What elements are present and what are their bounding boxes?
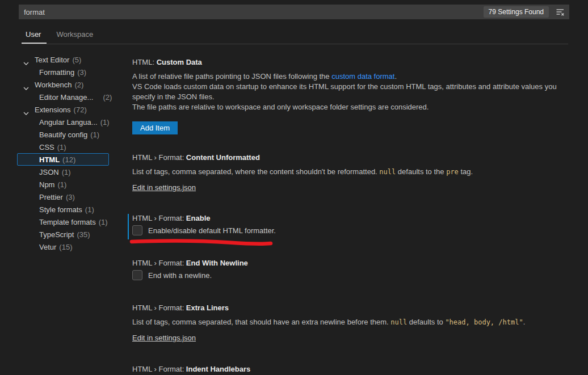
sidebar-item-label: JSON bbox=[39, 168, 59, 176]
sidebar-item[interactable]: Prettier (3) bbox=[17, 191, 109, 203]
sidebar-item-label: Template formats bbox=[39, 218, 96, 226]
description-text: The file paths are relative to workspace… bbox=[132, 102, 570, 112]
sidebar-item-count: (1) bbox=[100, 118, 110, 127]
sidebar-item-label: Extensions bbox=[35, 106, 71, 114]
setting-category: HTML: bbox=[132, 58, 157, 66]
sidebar-item-label: Prettier bbox=[39, 193, 63, 201]
sidebar-item-label: Formatting bbox=[39, 68, 74, 77]
sidebar-item-label: HTML bbox=[39, 155, 60, 164]
setting-format-content-unformatted: HTML › Format: Content Unformatted List … bbox=[132, 153, 570, 192]
sidebar-item[interactable]: JSON (1) bbox=[17, 166, 109, 178]
sidebar-item-count: (3) bbox=[77, 68, 86, 77]
sidebar-item[interactable]: Angular Langua... (1) bbox=[17, 116, 109, 128]
setting-title: HTML › Format: Indent Handlebars bbox=[132, 365, 570, 373]
settings-list: HTML: Custom Data A list of relative fil… bbox=[132, 58, 570, 375]
setting-description: List of tags, comma separated, where the… bbox=[132, 167, 570, 177]
code-pre: pre bbox=[446, 168, 459, 176]
sidebar-item-count: (5) bbox=[72, 56, 81, 64]
sidebar-item[interactable]: Npm (1) bbox=[17, 178, 109, 191]
scope-tabs: User Workspace bbox=[26, 30, 93, 39]
sidebar-item[interactable]: Editor Manage... (2) bbox=[17, 91, 109, 103]
setting-name: Enable bbox=[186, 214, 211, 222]
setting-name: End With Newline bbox=[186, 259, 248, 267]
sidebar-item-count: (1) bbox=[62, 168, 71, 176]
tab-user[interactable]: User bbox=[26, 30, 41, 39]
custom-data-format-link[interactable]: custom data format bbox=[331, 72, 394, 81]
sidebar-item[interactable]: Text Editor (5) bbox=[17, 53, 109, 66]
description-text: VS Code loads custom data on startup to … bbox=[132, 82, 570, 102]
tab-workspace[interactable]: Workspace bbox=[56, 30, 93, 39]
sidebar-item[interactable]: Style formats (1) bbox=[17, 203, 109, 216]
edit-in-settings-json-link[interactable]: Edit in settings.json bbox=[132, 183, 196, 192]
setting-description: A list of relative file paths pointing t… bbox=[132, 71, 570, 112]
setting-checkbox-row: End with a newline. bbox=[132, 270, 570, 280]
code-head-body-html: "head, body, /html" bbox=[445, 318, 523, 326]
sidebar-item[interactable]: TypeScript (35) bbox=[17, 228, 109, 241]
description-text: . bbox=[394, 72, 397, 81]
setting-category: HTML › Format: bbox=[132, 214, 186, 222]
sidebar-item[interactable]: Beautify config (1) bbox=[17, 128, 109, 141]
setting-format-end-with-newline: HTML › Format: End With Newline End with… bbox=[132, 259, 570, 280]
setting-title: HTML › Format: Content Unformatted bbox=[132, 153, 570, 162]
sidebar-item-count: (3) bbox=[66, 193, 75, 201]
code-null: null bbox=[390, 318, 407, 326]
setting-format-indent-handlebars: HTML › Format: Indent Handlebars Format … bbox=[132, 365, 570, 375]
settings-toc-tree: Text Editor (5) Formatting (3) Workbench… bbox=[17, 53, 129, 253]
sidebar-item[interactable]: Template formats (1) bbox=[17, 216, 109, 228]
sidebar-item[interactable]: Vetur (15) bbox=[17, 241, 109, 253]
description-text: . bbox=[523, 318, 526, 326]
sidebar-item-label: Vetur bbox=[39, 243, 56, 251]
description-text: tag. bbox=[459, 167, 473, 176]
setting-title: HTML: Custom Data bbox=[132, 58, 570, 66]
setting-name: Extra Liners bbox=[186, 304, 229, 312]
setting-title: HTML › Format: Extra Liners bbox=[132, 304, 570, 312]
sidebar-item-count: (1) bbox=[85, 205, 94, 214]
sidebar-item-count: (2) bbox=[103, 93, 112, 102]
description-text: List of tags, comma separated, where the… bbox=[132, 167, 379, 176]
sidebar-item-label: Beautify config bbox=[39, 130, 87, 139]
edit-in-settings-json-link[interactable]: Edit in settings.json bbox=[132, 334, 196, 342]
sidebar-item[interactable]: CSS (1) bbox=[17, 141, 109, 153]
description-text: List of tags, comma separated, that shou… bbox=[132, 318, 390, 326]
sidebar-item-count: (1) bbox=[99, 218, 108, 226]
setting-category: HTML › Format: bbox=[132, 153, 186, 162]
results-count-badge: 79 Settings Found bbox=[484, 6, 549, 18]
sidebar-item-label: Angular Langua... bbox=[39, 118, 98, 127]
setting-format-extra-liners: HTML › Format: Extra Liners List of tags… bbox=[132, 304, 570, 343]
setting-name: Indent Handlebars bbox=[186, 365, 250, 373]
setting-category: HTML › Format: bbox=[132, 304, 186, 312]
checkbox-label: End with a newline. bbox=[148, 271, 212, 280]
setting-checkbox-row: Enable/disable default HTML formatter. bbox=[132, 225, 570, 235]
sidebar-item-count: (1) bbox=[57, 143, 66, 151]
add-item-button[interactable]: Add Item bbox=[132, 121, 178, 134]
sidebar-item-label: Editor Manage... bbox=[39, 93, 93, 102]
checkbox-label: Enable/disable default HTML formatter. bbox=[148, 226, 276, 235]
setting-description: List of tags, comma separated, that shou… bbox=[132, 317, 570, 327]
end-with-newline-checkbox[interactable] bbox=[132, 270, 142, 280]
sidebar-item-count: (35) bbox=[77, 230, 90, 239]
search-input[interactable] bbox=[24, 8, 484, 16]
setting-name: Custom Data bbox=[157, 58, 202, 66]
sidebar-item-count: (1) bbox=[57, 180, 66, 189]
sidebar-item-count: (72) bbox=[74, 106, 87, 114]
setting-format-enable: HTML › Format: Enable Enable/disable def… bbox=[132, 214, 570, 247]
sidebar-item-label: Workbench bbox=[35, 81, 72, 89]
sidebar-item-count: (2) bbox=[75, 81, 84, 89]
settings-search-bar: 79 Settings Found bbox=[19, 5, 569, 19]
sidebar-item-label: Text Editor bbox=[35, 56, 69, 64]
tabs-divider bbox=[22, 44, 568, 44]
sidebar-item[interactable]: Workbench (2) bbox=[17, 78, 109, 91]
enable-checkbox[interactable] bbox=[132, 225, 142, 235]
setting-title: HTML › Format: End With Newline bbox=[132, 259, 570, 267]
sidebar-item-count: (1) bbox=[90, 130, 99, 139]
sidebar-item[interactable]: HTML (12) bbox=[17, 153, 109, 166]
clear-filters-icon[interactable] bbox=[554, 6, 566, 18]
sidebar-item[interactable]: Formatting (3) bbox=[17, 66, 109, 78]
setting-title: HTML › Format: Enable bbox=[132, 214, 570, 222]
description-text: A list of relative file paths pointing t… bbox=[132, 72, 331, 81]
setting-category: HTML › Format: bbox=[132, 365, 186, 373]
sidebar-item[interactable]: Extensions (72) bbox=[17, 103, 109, 116]
sidebar-item-label: TypeScript bbox=[39, 230, 74, 239]
red-underline-annotation bbox=[129, 239, 274, 247]
sidebar-item-label: Style formats bbox=[39, 205, 82, 214]
